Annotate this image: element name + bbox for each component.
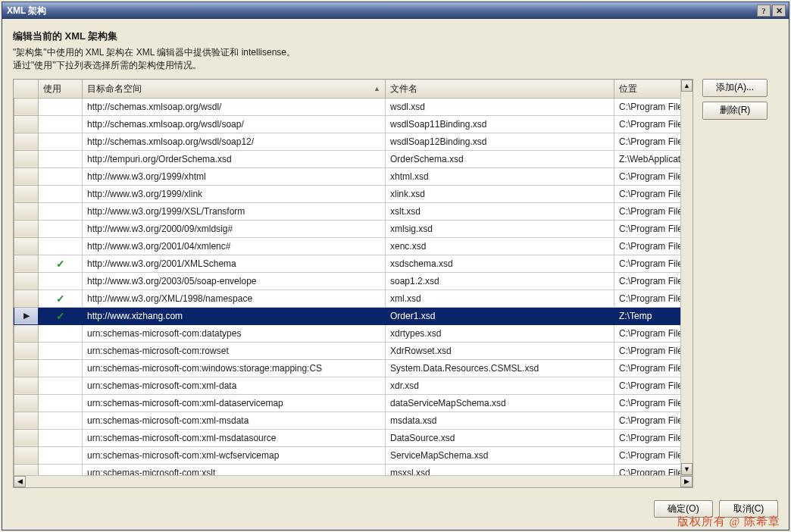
namespace-cell[interactable]: http://tempuri.org/OrderSchema.xsd [83, 150, 386, 167]
table-row[interactable]: http://schemas.xmlsoap.org/wsdl/wsdl.xsd… [14, 98, 681, 115]
namespace-cell[interactable]: urn:schemas-microsoft-com:xslt [83, 464, 386, 475]
filename-cell[interactable]: xhtml.xsd [386, 167, 614, 185]
namespace-cell[interactable]: urn:schemas-microsoft-com:xml-msdata [83, 412, 386, 429]
filename-cell[interactable]: xdrtypes.xsd [386, 324, 614, 342]
scroll-up-icon[interactable]: ▲ [681, 80, 693, 92]
row-header[interactable] [14, 446, 39, 464]
use-cell[interactable] [39, 167, 83, 185]
namespace-cell[interactable]: urn:schemas-microsoft-com:xml-data [83, 377, 386, 394]
header-selector[interactable] [14, 80, 39, 98]
filename-cell[interactable]: xslt.xsd [386, 202, 614, 220]
header-namespace[interactable]: 目标命名空间 ▲ [83, 80, 386, 98]
use-cell[interactable] [39, 446, 83, 464]
table-row[interactable]: http://www.w3.org/2001/04/xmlenc#xenc.xs… [14, 237, 681, 255]
schema-grid[interactable]: 使用 目标命名空间 ▲ 文件名 位置 http://schemas.xmlsoa… [13, 79, 693, 488]
namespace-cell[interactable]: http://www.w3.org/1999/xhtml [83, 167, 386, 185]
namespace-cell[interactable]: http://schemas.xmlsoap.org/wsdl/soap/ [83, 115, 386, 133]
table-row[interactable]: ✓http://www.w3.org/XML/1998/namespacexml… [14, 289, 681, 307]
namespace-cell[interactable]: urn:schemas-microsoft-com:xml-dataservic… [83, 394, 386, 412]
filename-cell[interactable]: xenc.xsd [386, 237, 614, 255]
location-cell[interactable]: C:\Program Files\Mic [614, 377, 681, 394]
use-cell[interactable] [39, 220, 83, 237]
row-header[interactable] [14, 342, 39, 359]
row-header[interactable] [14, 429, 39, 446]
horizontal-scrollbar[interactable]: ◀ ▶ [14, 475, 693, 487]
help-button[interactable]: ? [757, 5, 771, 17]
use-cell[interactable] [39, 202, 83, 220]
row-header[interactable] [14, 133, 39, 150]
use-cell[interactable] [39, 464, 83, 475]
location-cell[interactable]: C:\Program Files\Mic [614, 272, 681, 289]
row-header[interactable] [14, 220, 39, 237]
filename-cell[interactable]: DataSource.xsd [386, 429, 614, 446]
location-cell[interactable]: C:\Program Files\Mic [614, 359, 681, 377]
table-row[interactable]: http://schemas.xmlsoap.org/wsdl/soap12/w… [14, 133, 681, 150]
namespace-cell[interactable]: http://www.w3.org/1999/XSL/Transform [83, 202, 386, 220]
table-row[interactable]: urn:schemas-microsoft-com:xml-dataxdr.xs… [14, 377, 681, 394]
scroll-left-icon[interactable]: ◀ [14, 476, 26, 487]
namespace-cell[interactable]: http://www.w3.org/1999/xlink [83, 185, 386, 202]
table-row[interactable]: http://www.w3.org/2000/09/xmldsig#xmlsig… [14, 220, 681, 237]
use-cell[interactable] [39, 150, 83, 167]
use-cell[interactable] [39, 237, 83, 255]
vertical-scrollbar[interactable]: ▲ ▼ [680, 80, 693, 475]
table-row[interactable]: http://tempuri.org/OrderSchema.xsdOrderS… [14, 150, 681, 167]
row-header[interactable] [14, 289, 39, 307]
namespace-cell[interactable]: urn:schemas-microsoft-com:windows:storag… [83, 359, 386, 377]
table-row[interactable]: urn:schemas-microsoft-com:windows:storag… [14, 359, 681, 377]
use-cell[interactable]: ✓ [39, 307, 83, 324]
namespace-cell[interactable]: http://schemas.xmlsoap.org/wsdl/soap12/ [83, 133, 386, 150]
use-cell[interactable] [39, 98, 83, 115]
location-cell[interactable]: C:\Program Files\Mic [614, 133, 681, 150]
location-cell[interactable]: C:\Program Files\Mic [614, 167, 681, 185]
table-row[interactable]: http://www.w3.org/2003/05/soap-envelopes… [14, 272, 681, 289]
use-cell[interactable] [39, 272, 83, 289]
scroll-down-icon[interactable]: ▼ [681, 463, 693, 475]
namespace-cell[interactable]: http://www.w3.org/XML/1998/namespace [83, 289, 386, 307]
row-header[interactable] [14, 377, 39, 394]
row-header[interactable] [14, 202, 39, 220]
filename-cell[interactable]: XdrRowset.xsd [386, 342, 614, 359]
row-header[interactable] [14, 324, 39, 342]
header-location[interactable]: 位置 [614, 80, 681, 98]
location-cell[interactable]: C:\Program Files\Mic [614, 185, 681, 202]
table-row[interactable]: urn:schemas-microsoft-com:xml-wcfservice… [14, 446, 681, 464]
add-button[interactable]: 添加(A)... [702, 79, 768, 97]
location-cell[interactable]: C:\Program Files\Mic [614, 412, 681, 429]
filename-cell[interactable]: wsdlSoap12Binding.xsd [386, 133, 614, 150]
table-row[interactable]: ▶✓http://www.xizhang.comOrder1.xsdZ:\Tem… [14, 307, 681, 324]
table-row[interactable]: urn:schemas-microsoft-com:rowsetXdrRowse… [14, 342, 681, 359]
use-cell[interactable] [39, 412, 83, 429]
use-cell[interactable] [39, 133, 83, 150]
namespace-cell[interactable]: http://www.xizhang.com [83, 307, 386, 324]
location-cell[interactable]: C:\Program Files\Mic [614, 115, 681, 133]
namespace-cell[interactable]: http://www.w3.org/2001/XMLSchema [83, 255, 386, 272]
row-header[interactable] [14, 464, 39, 475]
location-cell[interactable]: C:\Program Files\Mic [614, 324, 681, 342]
namespace-cell[interactable]: http://www.w3.org/2003/05/soap-envelope [83, 272, 386, 289]
use-cell[interactable] [39, 324, 83, 342]
namespace-cell[interactable]: urn:schemas-microsoft-com:rowset [83, 342, 386, 359]
namespace-cell[interactable]: urn:schemas-microsoft-com:xml-msdatasour… [83, 429, 386, 446]
header-use[interactable]: 使用 [39, 80, 83, 98]
namespace-cell[interactable]: http://www.w3.org/2000/09/xmldsig# [83, 220, 386, 237]
filename-cell[interactable]: dataServiceMapSchema.xsd [386, 394, 614, 412]
use-cell[interactable] [39, 342, 83, 359]
table-row[interactable]: urn:schemas-microsoft-com:xsltmsxsl.xsdC… [14, 464, 681, 475]
filename-cell[interactable]: msdata.xsd [386, 412, 614, 429]
location-cell[interactable]: C:\Program Files\Mic [614, 429, 681, 446]
row-header[interactable] [14, 359, 39, 377]
row-header[interactable] [14, 150, 39, 167]
row-header[interactable] [14, 255, 39, 272]
row-header[interactable] [14, 237, 39, 255]
location-cell[interactable]: C:\Program Files\Mic [614, 289, 681, 307]
location-cell[interactable]: C:\Program Files\Mic [614, 464, 681, 475]
row-header[interactable] [14, 394, 39, 412]
use-cell[interactable] [39, 115, 83, 133]
cancel-button[interactable]: 取消(C) [719, 500, 778, 518]
table-row[interactable]: http://www.w3.org/1999/XSL/Transformxslt… [14, 202, 681, 220]
filename-cell[interactable]: soap1.2.xsd [386, 272, 614, 289]
use-cell[interactable]: ✓ [39, 255, 83, 272]
filename-cell[interactable]: msxsl.xsd [386, 464, 614, 475]
filename-cell[interactable]: xlink.xsd [386, 185, 614, 202]
